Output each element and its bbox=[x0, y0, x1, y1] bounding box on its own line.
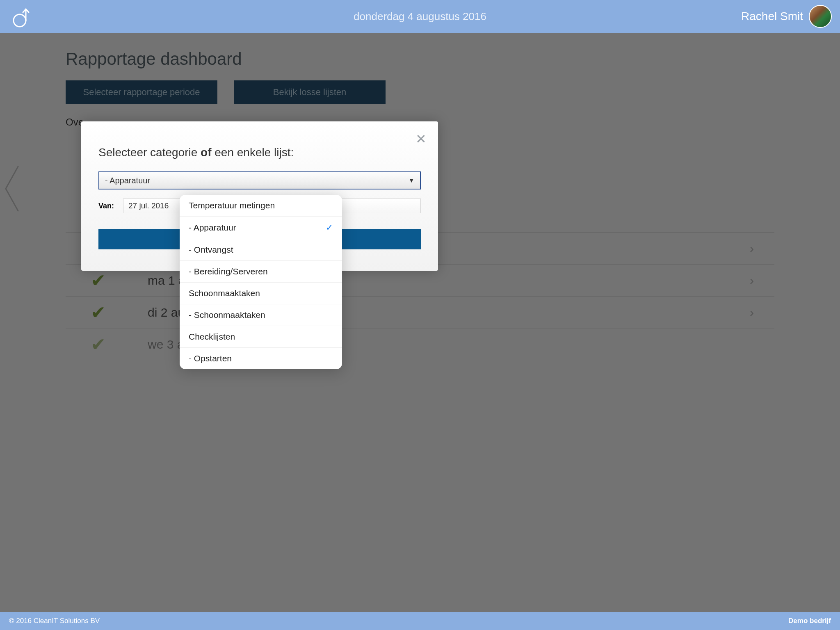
dropdown-header[interactable]: Temperatuur metingen bbox=[180, 195, 342, 217]
dropdown-option[interactable]: - Bereiding/Serveren bbox=[180, 261, 342, 283]
caret-down-icon: ▼ bbox=[409, 177, 414, 184]
footer-copyright: © 2016 CleanIT Solutions BV bbox=[9, 617, 100, 625]
category-dropdown: Temperatuur metingen - Apparatuur✓ - Ont… bbox=[180, 195, 342, 369]
dropdown-option[interactable]: - Apparatuur✓ bbox=[180, 217, 342, 239]
avatar[interactable] bbox=[809, 5, 832, 28]
app-logo-icon[interactable] bbox=[8, 4, 33, 29]
dropdown-option[interactable]: - Opstarten bbox=[180, 348, 342, 369]
app-footer: © 2016 CleanIT Solutions BV Demo bedrijf bbox=[0, 612, 840, 630]
dropdown-header[interactable]: Checklijsten bbox=[180, 326, 342, 348]
modal-title: Selecteer categorie of een enkele lijst: bbox=[98, 146, 421, 159]
svg-point-0 bbox=[14, 14, 26, 27]
app-header: donderdag 4 augustus 2016 Rachel Smit bbox=[0, 0, 840, 33]
modal-backdrop[interactable] bbox=[0, 33, 840, 612]
dropdown-header[interactable]: Schoonmaaktaken bbox=[180, 283, 342, 304]
user-name[interactable]: Rachel Smit bbox=[741, 10, 803, 23]
category-select-value: - Apparatuur bbox=[105, 176, 150, 185]
header-date: donderdag 4 augustus 2016 bbox=[354, 10, 486, 23]
date-from-label: Van: bbox=[98, 202, 119, 210]
category-select[interactable]: - Apparatuur ▼ bbox=[98, 171, 421, 189]
dropdown-option[interactable]: - Ontvangst bbox=[180, 239, 342, 261]
dropdown-option[interactable]: - Schoonmaaktaken bbox=[180, 304, 342, 326]
footer-company: Demo bedrijf bbox=[788, 617, 831, 625]
close-icon[interactable]: ✕ bbox=[415, 131, 427, 147]
check-icon: ✓ bbox=[326, 222, 333, 233]
